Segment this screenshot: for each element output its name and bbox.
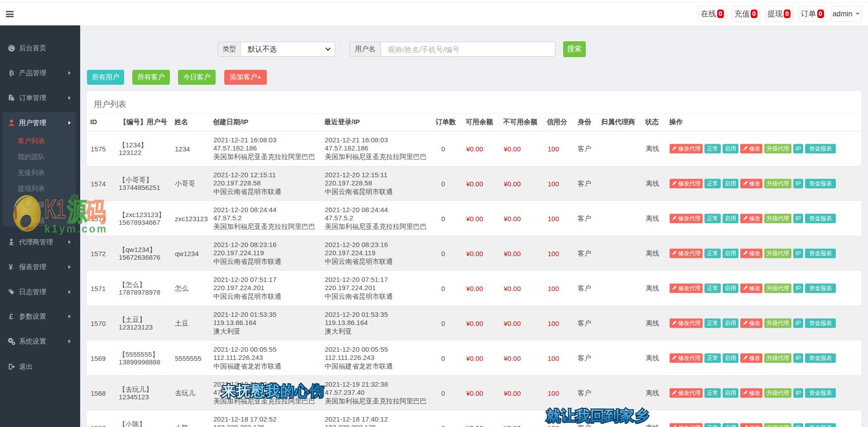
svg-text:£: £ <box>9 313 13 320</box>
svg-text:B: B <box>9 69 14 77</box>
svg-text:码: 码 <box>86 197 106 226</box>
svg-text:源: 源 <box>67 197 87 226</box>
svg-text:¥: ¥ <box>9 263 13 271</box>
svg-text:K1: K1 <box>45 194 66 223</box>
